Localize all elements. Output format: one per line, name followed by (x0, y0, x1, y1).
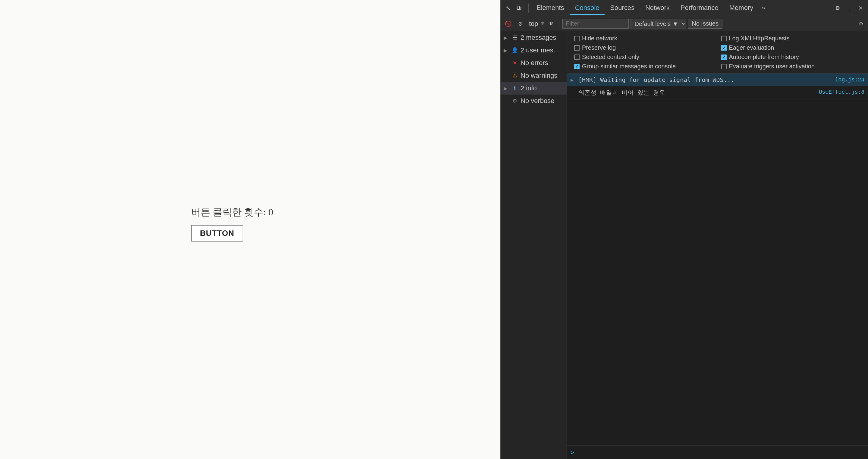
checkbox-preserve-log[interactable] (574, 45, 580, 51)
log-entry-dependency: 의존성 배열이 비어 있는 경우 UseEffect.js:8 (567, 86, 868, 99)
verbose-icon: ⚙ (512, 98, 518, 104)
info-icon: ℹ (512, 85, 518, 92)
no-issues-badge: No Issues (688, 19, 722, 29)
checkbox-log-xmlhttprequests[interactable] (721, 36, 727, 41)
console-sidebar: ▶ ☰ 2 messages ▶ 👤 2 user mes... ✕ No er… (501, 31, 567, 459)
tabs-more-button[interactable]: » (758, 2, 768, 14)
app-area: 버튼 클릭한 횟수: 0 BUTTON (0, 0, 500, 459)
eye-button[interactable]: 👁 (546, 19, 556, 29)
click-count-label: 버튼 클릭한 횟수: 0 (191, 206, 273, 219)
console-prompt-arrow: > (570, 449, 574, 456)
sidebar-label-verbose: No verbose (521, 97, 555, 105)
log-entry-hmr: ▶ [HMR] Waiting for update signal from W… (567, 74, 868, 86)
sidebar-label-errors: No errors (521, 59, 548, 67)
settings-button[interactable]: ⚙ (832, 3, 843, 13)
sidebar-label-warnings: No warnings (521, 72, 557, 79)
console-prompt: > (567, 446, 868, 459)
context-dropdown-arrow: ▼ (541, 21, 544, 27)
option-hide-network[interactable]: Hide network (570, 34, 718, 43)
console-settings-icon[interactable]: ⚙ (857, 19, 866, 28)
console-body: ▶ ☰ 2 messages ▶ 👤 2 user mes... ✕ No er… (501, 31, 868, 459)
sidebar-label-user: 2 user mes... (521, 46, 559, 54)
expand-icon-messages: ▶ (504, 35, 509, 41)
option-label-selected-context: Selected context only (582, 54, 639, 61)
console-main: Hide network Log XMLHttpRequests Preserv… (567, 31, 868, 459)
sidebar-item-errors[interactable]: ✕ No errors (501, 57, 567, 69)
preserve-log-button[interactable]: ⊘ (515, 19, 525, 29)
hmr-log-text: [HMR] Waiting for update signal from WDS… (578, 76, 832, 84)
tab-console[interactable]: Console (569, 1, 605, 15)
messages-icon: ☰ (512, 34, 518, 41)
hmr-log-source[interactable]: log.js:24 (835, 76, 864, 83)
option-evaluate-triggers[interactable]: Evaluate triggers user activation (718, 62, 865, 71)
option-label-group-similar: Group similar messages in console (582, 63, 676, 70)
svg-rect-0 (506, 6, 508, 8)
option-log-xmlhttprequests[interactable]: Log XMLHttpRequests (718, 34, 865, 43)
sidebar-label-info: 2 info (521, 84, 537, 92)
checkbox-hide-network[interactable] (574, 36, 580, 41)
devtools-toolbar: Elements Console Sources Network Perform… (501, 0, 868, 16)
options-bar: Hide network Log XMLHttpRequests Preserv… (567, 31, 868, 74)
checkbox-evaluate-triggers[interactable] (721, 64, 727, 69)
option-label-eager-evaluation: Eager evaluation (729, 44, 774, 51)
option-preserve-log[interactable]: Preserve log (570, 43, 718, 53)
option-group-similar[interactable]: Group similar messages in console (570, 62, 718, 71)
option-selected-context[interactable]: Selected context only (570, 53, 718, 62)
tab-memory[interactable]: Memory (724, 1, 758, 15)
app-button[interactable]: BUTTON (191, 225, 244, 241)
devtools-tabs: Elements Console Sources Network Perform… (531, 1, 827, 15)
devtools-top-icons (503, 3, 524, 13)
console-input[interactable] (577, 449, 864, 456)
dependency-log-source[interactable]: UseEffect.js:8 (819, 89, 864, 95)
toolbar-separator2 (830, 4, 830, 13)
error-icon: ✕ (512, 60, 518, 66)
sidebar-label-messages: 2 messages (521, 34, 556, 41)
checkbox-selected-context[interactable] (574, 55, 580, 60)
option-label-hide-network: Hide network (582, 35, 617, 42)
toolbar-separator (528, 4, 529, 13)
svg-rect-3 (520, 7, 521, 9)
tab-elements[interactable]: Elements (531, 1, 569, 15)
customize-button[interactable]: ⋮ (844, 3, 854, 13)
device-toolbar-button[interactable] (514, 3, 524, 13)
checkbox-group-similar[interactable] (574, 64, 580, 69)
console-filter-input[interactable] (562, 19, 629, 29)
user-icon: 👤 (512, 47, 518, 54)
console-toolbar: 🚫 ⊘ top ▼ 👁 Default levels ▼ No Issues ⚙ (501, 16, 868, 31)
console-log: ▶ [HMR] Waiting for update signal from W… (567, 74, 868, 446)
option-eager-evaluation[interactable]: Eager evaluation (718, 43, 865, 53)
sidebar-item-verbose[interactable]: ⚙ No verbose (501, 95, 567, 107)
option-label-evaluate-triggers: Evaluate triggers user activation (729, 63, 815, 70)
inspect-element-button[interactable] (503, 3, 513, 13)
toolbar-separator3 (559, 19, 559, 28)
option-autocomplete[interactable]: Autocomplete from history (718, 53, 865, 62)
checkbox-eager-evaluation[interactable] (721, 45, 727, 51)
option-label-preserve-log: Preserve log (582, 44, 616, 51)
dependency-expand-icon[interactable] (570, 89, 575, 90)
option-label-log-xmlhttprequests: Log XMLHttpRequests (729, 35, 789, 42)
svg-rect-2 (517, 6, 520, 10)
sidebar-item-warnings[interactable]: ⚠ No warnings (501, 69, 567, 82)
sidebar-item-user-messages[interactable]: ▶ 👤 2 user mes... (501, 44, 567, 57)
app-content: 버튼 클릭한 횟수: 0 BUTTON (191, 206, 273, 241)
console-level-select[interactable]: Default levels ▼ (630, 19, 686, 29)
devtools-panel: Elements Console Sources Network Perform… (500, 0, 868, 459)
close-devtools-button[interactable]: ✕ (855, 3, 866, 13)
clear-console-button[interactable]: 🚫 (503, 19, 513, 29)
tab-sources[interactable]: Sources (604, 1, 640, 15)
hmr-expand-icon[interactable]: ▶ (570, 76, 575, 83)
sidebar-item-info[interactable]: ▶ ℹ 2 info (501, 82, 567, 95)
sidebar-item-messages[interactable]: ▶ ☰ 2 messages (501, 31, 567, 44)
tab-performance[interactable]: Performance (675, 1, 724, 15)
svg-line-1 (508, 8, 510, 10)
dependency-log-text: 의존성 배열이 비어 있는 경우 (578, 89, 816, 97)
option-label-autocomplete: Autocomplete from history (729, 54, 799, 61)
tab-network[interactable]: Network (640, 1, 675, 15)
checkbox-autocomplete[interactable] (721, 55, 727, 60)
context-selector-label: top (527, 20, 540, 28)
expand-icon-info: ▶ (504, 86, 509, 91)
warning-icon: ⚠ (512, 72, 518, 79)
expand-icon-user: ▶ (504, 47, 509, 53)
